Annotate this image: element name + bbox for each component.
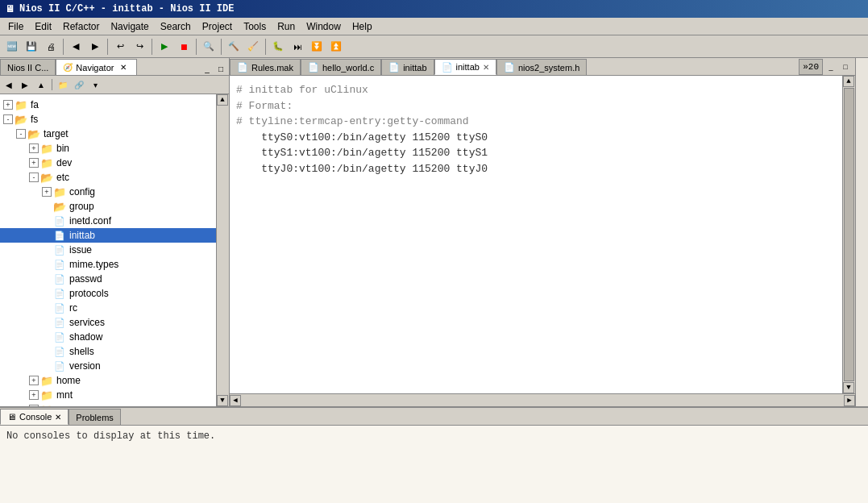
menu-search[interactable]: Search: [156, 19, 196, 34]
editor-overflow-btn[interactable]: »20: [799, 59, 823, 75]
tree-item-label: protocols: [69, 288, 109, 299]
tree-item[interactable]: +📁config: [0, 185, 216, 199]
bottom-tab-problems[interactable]: Problems: [69, 409, 120, 425]
maximize-left-panel[interactable]: □: [214, 62, 227, 75]
tree-item-label: bin: [56, 143, 69, 154]
tree-item[interactable]: 📂group: [0, 199, 216, 214]
editor-text-area[interactable]: # inittab for uClinux# Format:# ttyline:…: [230, 76, 842, 393]
tree-item[interactable]: 📄shells: [0, 344, 216, 359]
tree-item[interactable]: 📄issue: [0, 243, 216, 257]
tree-toggle[interactable]: +: [42, 187, 52, 197]
nav-collapse[interactable]: 📁: [56, 77, 70, 92]
editor-vscroll[interactable]: ▲ ▼: [842, 76, 855, 393]
toolbar-sep-6: [265, 39, 266, 55]
console-message: No consoles to display at this time.: [6, 430, 215, 442]
menu-project[interactable]: Project: [197, 19, 237, 34]
bottom-tab-console-close[interactable]: ✕: [55, 413, 61, 422]
nav-up[interactable]: ▲: [34, 77, 48, 92]
tree-item[interactable]: 📄protocols: [0, 286, 216, 301]
toolbar-save[interactable]: 💾: [23, 38, 40, 56]
nav-link[interactable]: 🔗: [72, 77, 86, 92]
panel-tab-navigator-close[interactable]: ✕: [117, 61, 130, 74]
editor-hscroll[interactable]: ◀ ▶: [230, 393, 855, 406]
tree-item[interactable]: 📄rc: [0, 301, 216, 315]
menu-help[interactable]: Help: [347, 19, 377, 34]
menu-navigate[interactable]: Navigate: [106, 19, 153, 34]
tree-item[interactable]: +📁bin: [0, 141, 216, 156]
tree-toggle[interactable]: -: [29, 173, 39, 182]
tree-toggle[interactable]: -: [16, 129, 26, 139]
toolbar-sep-3: [152, 39, 152, 55]
tree-item[interactable]: 📄version: [0, 359, 216, 373]
menu-file[interactable]: File: [3, 19, 28, 34]
tree-item-label: target: [44, 128, 69, 139]
tree-item[interactable]: -📂fs: [0, 112, 216, 127]
toolbar-search[interactable]: 🔍: [200, 38, 218, 56]
menu-run[interactable]: Run: [272, 19, 300, 34]
editor-minimize[interactable]: _: [824, 60, 837, 73]
tree-item[interactable]: +📁fa: [0, 98, 216, 112]
tree-item[interactable]: 📄inetd.conf: [0, 214, 216, 228]
editor-tab-hello[interactable]: 📄 hello_world.c: [301, 59, 381, 75]
panel-tab-navigator[interactable]: 🧭 Navigator ✕: [56, 59, 137, 75]
tree-item[interactable]: 📄inittab: [0, 228, 216, 243]
folder-icon: 📂: [40, 171, 53, 184]
tree-item[interactable]: 📄mime.types: [0, 257, 216, 272]
panel-tab-bar: Nios II C... 🧭 Navigator ✕ _ □: [0, 58, 229, 76]
toolbar-step[interactable]: ⏭: [289, 38, 306, 56]
bottom-tab-console[interactable]: 🖥 Console ✕: [0, 409, 69, 425]
tree-item-label: passwd: [69, 273, 102, 285]
tree-view[interactable]: +📁fa-📂fs-📂target+📁bin+📁dev-📂etc+📁config📂…: [0, 94, 216, 406]
nav-forward[interactable]: ▶: [18, 77, 32, 92]
toolbar-sep-1: [63, 39, 64, 55]
left-panel: Nios II C... 🧭 Navigator ✕ _ □ ◀ ▶ ▲ 📁 �: [0, 58, 230, 406]
toolbar-clean[interactable]: 🧹: [244, 38, 262, 56]
tree-toggle[interactable]: +: [29, 143, 39, 153]
toolbar-stop[interactable]: ⏹: [175, 38, 193, 56]
toolbar-step-ret[interactable]: ⏫: [327, 38, 345, 56]
editor-maximize[interactable]: □: [839, 60, 852, 73]
nav-menu[interactable]: ▾: [88, 77, 102, 92]
toolbar-new[interactable]: 🆕: [3, 38, 21, 56]
menu-tools[interactable]: Tools: [239, 19, 271, 34]
editor-tab-nios2[interactable]: 📄 nios2_system.h: [496, 59, 587, 75]
menu-window[interactable]: Window: [301, 19, 346, 34]
toolbar-forward[interactable]: ▶: [86, 38, 104, 56]
tree-item-label: services: [69, 317, 105, 328]
tree-item[interactable]: -📂etc: [0, 170, 216, 185]
toolbar-step-into[interactable]: ⏬: [308, 38, 326, 56]
panel-tab-nios[interactable]: Nios II C...: [0, 59, 56, 75]
editor-tab-inittab2-close[interactable]: ✕: [483, 63, 489, 72]
toolbar-redo[interactable]: ↪: [131, 38, 148, 56]
nav-back[interactable]: ◀: [2, 77, 16, 92]
tree-toggle[interactable]: +: [3, 100, 13, 110]
tree-item[interactable]: 📄services: [0, 315, 216, 330]
minimize-left-panel[interactable]: _: [201, 62, 214, 75]
toolbar-build[interactable]: 🔨: [225, 38, 243, 56]
folder-icon: 📁: [40, 142, 53, 155]
tree-item-label: home: [56, 375, 81, 386]
toolbar-undo[interactable]: ↩: [111, 38, 129, 56]
editor-tab-inittab2[interactable]: 📄 inittab ✕: [434, 59, 496, 75]
tree-item[interactable]: -📂target: [0, 127, 216, 141]
toolbar-back[interactable]: ◀: [67, 38, 85, 56]
editor-tab-inittab1[interactable]: 📄 inittab: [381, 59, 434, 75]
tree-toggle[interactable]: +: [29, 376, 39, 385]
tree-item[interactable]: +📁mnt: [0, 388, 216, 402]
tree-item[interactable]: +📁dev: [0, 156, 216, 170]
toolbar-run[interactable]: ▶: [156, 38, 173, 56]
left-scrollbar[interactable]: ▲ ▼: [216, 94, 229, 406]
tree-item[interactable]: 📄shadow: [0, 330, 216, 344]
file-icon: 📄: [53, 287, 66, 300]
tree-toggle[interactable]: +: [29, 390, 39, 400]
toolbar-debug[interactable]: 🐛: [269, 38, 287, 56]
tree-item[interactable]: 📄passwd: [0, 272, 216, 286]
toolbar-print[interactable]: 🖨: [42, 38, 60, 56]
tree-item[interactable]: +📁home: [0, 373, 216, 388]
editor-tab-rules[interactable]: 📄 Rules.mak: [230, 59, 301, 75]
menu-edit[interactable]: Edit: [30, 19, 56, 34]
menu-refactor[interactable]: Refactor: [58, 19, 104, 34]
tree-toggle[interactable]: -: [3, 114, 13, 124]
panel-tab-navigator-icon: 🧭: [63, 63, 73, 72]
tree-toggle[interactable]: +: [29, 158, 39, 168]
